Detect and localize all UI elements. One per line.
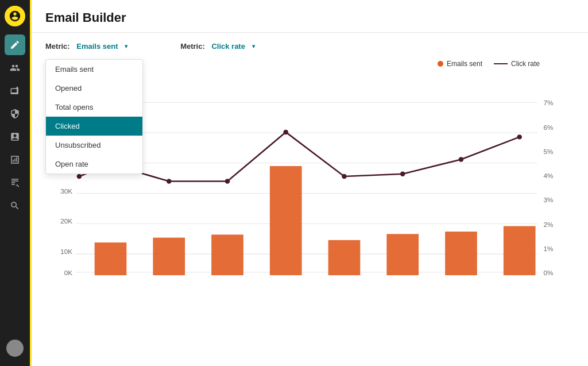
bar-5 [328, 240, 361, 275]
sidebar [0, 0, 30, 366]
dropdown-unsubscribed[interactable]: Unsubscribed [46, 136, 142, 155]
metric-selectors: Metric: Emails sent ▾ Emails sent Opened… [45, 42, 574, 51]
line-dot-7 [400, 172, 405, 176]
metric2-label: Metric: [180, 42, 205, 51]
sidebar-item-automations[interactable] [5, 103, 25, 124]
dropdown-opened[interactable]: Opened [46, 79, 142, 98]
metric2-selector[interactable]: Metric: Click rate ▾ [180, 42, 254, 51]
bar-8 [504, 226, 536, 276]
bar-4-tall [270, 166, 302, 275]
svg-text:20K: 20K [60, 217, 72, 225]
legend-line: Click rate [494, 60, 540, 68]
legend-line-dash [494, 63, 508, 64]
page-title: Email Builder [45, 10, 574, 25]
line-dot-3 [167, 179, 172, 183]
metric1-chevron-icon: ▾ [125, 43, 127, 49]
sidebar-item-templates[interactable] [5, 126, 25, 147]
svg-text:30K: 30K [60, 187, 72, 195]
main-content: Email Builder Metric: Emails sent ▾ Emai… [30, 0, 588, 366]
app-logo [5, 6, 25, 26]
svg-text:6%: 6% [543, 124, 553, 131]
legend-bar-dot [438, 61, 443, 67]
svg-text:2%: 2% [543, 221, 553, 228]
metric1-selector[interactable]: Metric: Emails sent ▾ [45, 42, 127, 51]
svg-text:1%: 1% [543, 245, 553, 252]
bar-2 [153, 238, 185, 275]
bar-6 [386, 234, 419, 275]
svg-text:5%: 5% [543, 148, 553, 155]
dropdown-clicked[interactable]: Clicked [46, 117, 142, 136]
line-dot-4 [225, 179, 230, 183]
metric1-value: Emails sent [76, 42, 118, 51]
chart-legend: Emails sent Click rate [438, 60, 540, 68]
line-dot-5 [283, 130, 288, 134]
svg-text:3%: 3% [543, 196, 553, 203]
svg-text:0%: 0% [543, 269, 553, 276]
sidebar-item-reports[interactable] [5, 149, 25, 170]
metric2-value: Click rate [211, 42, 245, 51]
svg-text:7%: 7% [543, 99, 553, 107]
sidebar-item-edit[interactable] [5, 34, 25, 55]
line-dot-8 [459, 157, 464, 161]
line-dot-9 [517, 134, 522, 139]
legend-bar: Emails sent [438, 60, 482, 68]
content-area: Metric: Emails sent ▾ Emails sent Opened… [32, 33, 588, 366]
line-dot-1 [77, 174, 82, 179]
bar-7 [445, 232, 477, 275]
page-header: Email Builder [32, 0, 588, 33]
dropdown-total-opens[interactable]: Total opens [46, 98, 142, 117]
bar-3 [211, 234, 243, 275]
legend-line-label: Click rate [511, 60, 540, 68]
sidebar-item-integrations[interactable] [5, 172, 25, 193]
legend-bar-label: Emails sent [447, 60, 482, 68]
svg-text:0K: 0K [64, 269, 73, 276]
line-dot-6 [342, 174, 347, 179]
sidebar-item-campaigns[interactable] [5, 80, 25, 101]
user-avatar[interactable] [6, 340, 24, 357]
svg-text:10K: 10K [60, 248, 72, 255]
bar-1 [95, 242, 127, 275]
sidebar-item-audience[interactable] [5, 57, 25, 78]
dropdown-emails-sent[interactable]: Emails sent [46, 60, 142, 79]
metric1-dropdown[interactable]: Emails sent Opened Total opens Clicked U… [45, 59, 143, 174]
svg-text:4%: 4% [543, 172, 553, 179]
metric2-chevron-icon: ▾ [252, 43, 255, 49]
sidebar-item-search[interactable] [5, 195, 25, 216]
metric1-label: Metric: [45, 42, 70, 51]
dropdown-open-rate[interactable]: Open rate [46, 155, 142, 174]
